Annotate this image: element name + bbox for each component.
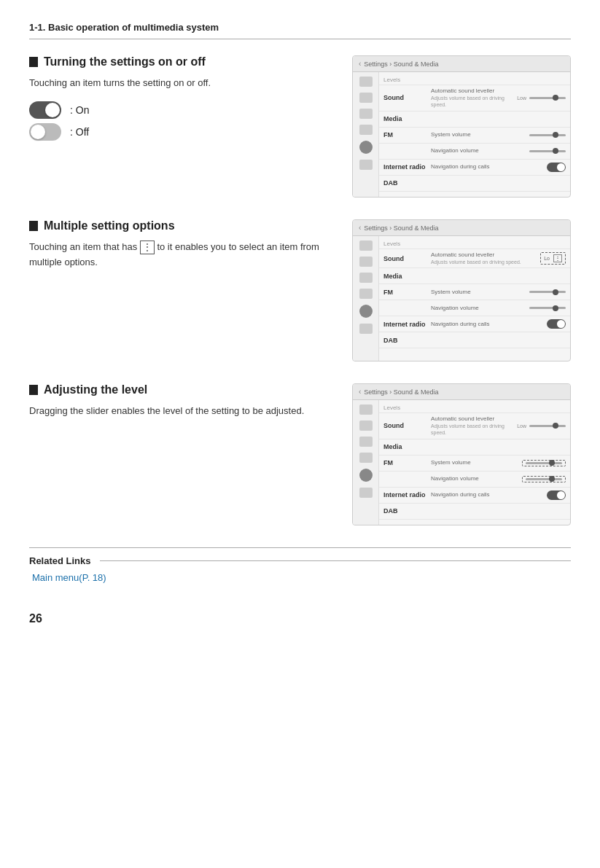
section-adjusting-level: Adjusting the level Dragging the slider …: [29, 383, 571, 525]
sp2-nav-slider: [529, 307, 566, 309]
sp3-section-hdr: Levels: [379, 403, 570, 413]
sp1-row-iradio: Internet radio Navigation during calls: [379, 160, 570, 176]
sp1-sound-right: Low: [514, 95, 566, 101]
sp3-sidebar: [353, 400, 379, 525]
sp3-nav-vol-value: Navigation volume: [431, 475, 522, 482]
section3-left: Adjusting the level Dragging the slider …: [29, 383, 330, 525]
sp2-icon-3: [359, 273, 373, 283]
sp1-sound-label: Sound: [383, 94, 431, 101]
sp3-icon-1: [359, 404, 373, 415]
sp1-iradio-value: Navigation during calls: [431, 163, 547, 171]
sp1-breadcrumb: Settings › Sound & Media: [364, 60, 438, 68]
sp3-content: Levels Sound Automatic sound leveller Ad…: [379, 400, 570, 525]
sp1-low-label: Low: [517, 95, 526, 101]
sp1-header: ‹ Settings › Sound & Media: [353, 56, 570, 72]
sp1-iradio-label: Internet radio: [383, 163, 431, 171]
toggle-on-label: : On: [70, 104, 89, 116]
sp3-nav-calls-toggle: [547, 490, 566, 500]
sp3-fm-value: System volume: [431, 459, 522, 466]
sp3-media-label: Media: [383, 443, 431, 450]
sp2-media-label: Media: [383, 273, 431, 280]
sp2-sidebar: [353, 236, 379, 361]
sp2-icon-1: [359, 241, 373, 251]
sp3-icon-4: [359, 453, 373, 463]
sp1-icon-2: [359, 93, 373, 103]
toggle-on-icon: [29, 101, 61, 119]
sp2-section-hdr: Levels: [379, 239, 570, 249]
toggle-off-label: : Off: [70, 126, 89, 138]
sp1-row-sound: Sound Automatic sound leveller Adjusts v…: [379, 85, 570, 112]
section3-screen: ‹ Settings › Sound & Media Levels Sound: [352, 383, 571, 525]
related-links-wrapper: Related Links Main menu(P. 18): [29, 547, 571, 583]
sp2-icon-4: [359, 289, 373, 299]
sp2-lo-text: Lo: [544, 256, 550, 261]
sp2-dab-label: DAB: [383, 337, 431, 344]
sp1-row-nav-vol: Navigation volume: [379, 144, 570, 160]
sp3-iradio-label: Internet radio: [383, 491, 431, 498]
sp3-sound-desc: Adjusts volume based on driving speed.: [431, 423, 514, 436]
sp3-low-label: Low: [517, 423, 526, 429]
sp1-dab-label: DAB: [383, 179, 431, 187]
section1-title: Turning the settings on or off: [29, 55, 330, 69]
sp1-row-dab: DAB: [379, 176, 570, 192]
sp3-iradio-value: Navigation during calls: [431, 491, 547, 498]
sp3-icon-5: [359, 469, 373, 482]
sp2-sound-right: Lo ⋮: [540, 252, 566, 265]
sp1-nav-calls-toggle: [547, 163, 566, 172]
screen-panel-3: ‹ Settings › Sound & Media Levels Sound: [352, 383, 571, 525]
sp2-back-icon: ‹: [359, 224, 361, 232]
sp2-fm-value: System volume: [431, 289, 529, 296]
sp2-sound-value: Automatic sound leveller: [431, 251, 540, 259]
sp2-breadcrumb: Settings › Sound & Media: [364, 224, 438, 232]
sp2-bracket-indicator: ⋮: [553, 254, 562, 262]
sp3-body: Levels Sound Automatic sound leveller Ad…: [353, 400, 570, 525]
sp2-row-media: Media: [379, 268, 570, 284]
sp3-row-sound: Sound Automatic sound leveller Adjusts v…: [379, 413, 570, 439]
screen-panel-1: ‹ Settings › Sound & Media Levels Sound: [352, 55, 571, 198]
section1-body: Touching an item turns the setting on or…: [29, 76, 330, 91]
sp3-fm-slider-dashed: [522, 460, 566, 466]
sp1-sound-value: Automatic sound leveller: [431, 87, 514, 95]
sp1-content: Levels Sound Automatic sound leveller Ad…: [379, 72, 570, 197]
sp1-body: Levels Sound Automatic sound leveller Ad…: [353, 72, 570, 197]
related-link-main-menu[interactable]: Main menu(P. 18): [29, 572, 571, 583]
sp1-nav-vol-value: Navigation volume: [431, 147, 529, 155]
sp2-icon-2: [359, 257, 373, 267]
sp3-row-nav-vol: Navigation volume: [379, 472, 570, 488]
sp2-icon-5: [359, 305, 373, 318]
toggle-on-row: : On: [29, 101, 330, 119]
sp3-fm-label: FM: [383, 459, 431, 466]
toggle-off-row: : Off: [29, 123, 330, 141]
sp1-icon-4: [359, 125, 373, 135]
sp3-icon-3: [359, 437, 373, 447]
sp2-iradio-label: Internet radio: [383, 321, 431, 328]
sp3-breadcrumb: Settings › Sound & Media: [364, 388, 438, 396]
sp3-nav-slider: [526, 478, 562, 480]
section2-title: Multiple setting options: [29, 219, 330, 232]
screen-panel-2: ‹ Settings › Sound & Media Levels Sound: [352, 219, 571, 361]
sp3-row-media: Media: [379, 439, 570, 455]
sp1-media-label: Media: [383, 115, 431, 122]
sp3-icon-2: [359, 421, 373, 431]
sp2-body: Levels Sound Automatic sound leveller Ad…: [353, 236, 570, 361]
sp2-content: Levels Sound Automatic sound leveller Ad…: [379, 236, 570, 361]
toggle-off-icon: [29, 123, 61, 141]
sp1-icon-5: [359, 141, 373, 154]
page-number: 26: [29, 612, 571, 625]
sp2-fm-label: FM: [383, 289, 431, 296]
sp2-row-nav-vol: Navigation volume: [379, 300, 570, 316]
sp3-nav-slider-dashed: [522, 476, 566, 482]
section2-screen: ‹ Settings › Sound & Media Levels Sound: [352, 219, 571, 361]
sp1-row-media: Media: [379, 112, 570, 128]
sp2-row-fm: FM System volume: [379, 284, 570, 300]
sp2-iradio-value: Navigation during calls: [431, 321, 547, 328]
section2-body: Touching an item that has ⋮ to it enable…: [29, 240, 330, 270]
sp3-sound-label: Sound: [383, 422, 431, 429]
sp2-icon-6: [359, 324, 373, 334]
sp1-fm-label: FM: [383, 131, 431, 138]
sp1-row-fm: FM System volume: [379, 128, 570, 144]
sp1-icon-3: [359, 109, 373, 119]
sp2-nav-vol-value: Navigation volume: [431, 305, 529, 312]
related-links-line: [100, 560, 571, 561]
sp3-row-iradio: Internet radio Navigation during calls: [379, 488, 570, 504]
